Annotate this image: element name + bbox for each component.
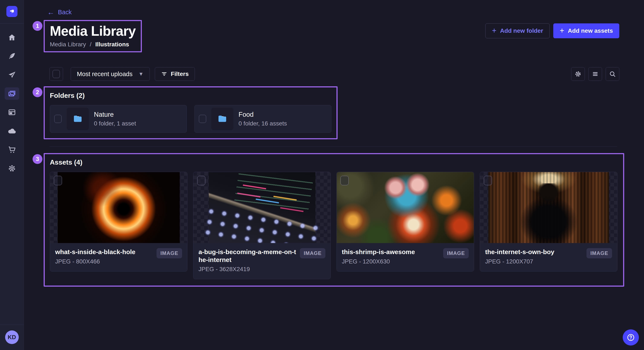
breadcrumb-separator: / <box>90 41 92 48</box>
asset-texts: a-bug-is-becoming-a-meme-on-the-internet… <box>198 248 296 273</box>
sidebar-item-content-type-builder[interactable] <box>5 106 19 118</box>
folder-icon <box>72 114 83 124</box>
sidebar-item-media-library[interactable] <box>5 87 19 100</box>
main-content: ← Back 1 Media Library Media Library / I… <box>24 0 644 287</box>
cloud-icon <box>8 127 16 136</box>
toolbar: Most recent uploads ▼ Filters <box>47 67 619 81</box>
sidebar-item-cloud[interactable] <box>5 125 19 137</box>
asset-checkbox[interactable] <box>54 176 62 185</box>
filters-button[interactable]: Filters <box>155 67 195 81</box>
filters-label: Filters <box>171 71 189 77</box>
folder-checkbox[interactable] <box>199 115 206 123</box>
sort-select[interactable]: Most recent uploads ▼ <box>71 67 150 81</box>
list-view-button[interactable] <box>588 67 602 81</box>
asset-texts: the-internet-s-own-boy JPEG - 1200X707 <box>485 248 583 265</box>
asset-meta: JPEG - 1200X630 <box>342 258 439 265</box>
sidebar-item-marketplace[interactable] <box>5 144 19 156</box>
asset-name: the-internet-s-own-boy <box>485 248 583 256</box>
add-new-folder-button[interactable]: + Add new folder <box>485 23 550 38</box>
annotation-box-title: 1 Media Library Media Library / Illustra… <box>44 20 142 52</box>
sidebar-item-settings[interactable] <box>5 162 19 175</box>
laptop-code-photo <box>209 172 316 243</box>
asset-card-bug-meme[interactable]: a-bug-is-becoming-a-meme-on-the-internet… <box>193 172 331 279</box>
black-hole-photo <box>58 172 180 243</box>
select-all-button[interactable] <box>50 67 63 81</box>
add-new-assets-label: Add new assets <box>568 27 613 34</box>
sidebar-divider-top <box>0 23 24 24</box>
plus-icon: + <box>492 27 496 34</box>
asset-card-shrimp[interactable]: this-shrimp-is-awesome JPEG - 1200X630 I… <box>336 172 474 272</box>
caret-down-icon: ▼ <box>138 71 144 77</box>
list-icon <box>592 71 599 77</box>
plus-icon: + <box>560 27 564 34</box>
asset-thumbnail <box>480 172 617 243</box>
add-new-assets-button[interactable]: + Add new assets <box>553 23 619 38</box>
folder-card-food[interactable]: Food 0 folder, 16 assets <box>194 105 331 133</box>
media-library-icon <box>8 89 16 98</box>
asset-thumbnail <box>50 172 187 243</box>
feather-icon <box>8 52 16 60</box>
folder-name: Food <box>238 111 287 118</box>
sidebar-nav <box>5 31 19 175</box>
annotation-box-folders: 2 Folders (2) Nature 0 folder, 1 asset <box>44 86 338 139</box>
help-button[interactable] <box>623 329 639 346</box>
strapi-logo[interactable] <box>6 6 18 17</box>
section-divider <box>50 147 617 147</box>
paper-plane-icon <box>8 71 16 79</box>
asset-type-badge: IMAGE <box>156 248 182 258</box>
folder-meta: 0 folder, 1 asset <box>94 120 136 127</box>
filter-icon <box>161 71 168 77</box>
select-all-checkbox[interactable] <box>52 70 60 78</box>
strapi-logo-glyph <box>9 8 15 15</box>
asset-card-internets-own-boy[interactable]: the-internet-s-own-boy JPEG - 1200X707 I… <box>480 172 618 272</box>
asset-name: a-bug-is-becoming-a-meme-on-the-internet <box>198 248 296 264</box>
cart-icon <box>8 146 16 154</box>
asset-texts: this-shrimp-is-awesome JPEG - 1200X630 <box>342 248 439 265</box>
breadcrumb-current: Illustrations <box>95 41 129 48</box>
annotation-number-1: 1 <box>32 21 42 31</box>
sidebar-item-home[interactable] <box>5 31 19 44</box>
folder-card-nature[interactable]: Nature 0 folder, 1 asset <box>50 105 187 133</box>
arrow-left-icon: ← <box>47 8 54 16</box>
home-icon <box>8 33 16 42</box>
folder-checkbox[interactable] <box>54 115 62 123</box>
library-portrait-photo <box>488 172 609 243</box>
asset-card-black-hole[interactable]: what-s-inside-a-black-hole JPEG - 800X46… <box>50 172 188 272</box>
mantis-shrimp-photo <box>337 172 474 243</box>
asset-thumbnail <box>337 172 474 243</box>
asset-checkbox[interactable] <box>197 176 205 185</box>
page-title: Media Library <box>50 23 136 39</box>
add-new-folder-label: Add new folder <box>500 27 543 34</box>
asset-footer: what-s-inside-a-black-hole JPEG - 800X46… <box>50 243 187 271</box>
user-avatar[interactable]: KD <box>5 331 19 344</box>
folder-name: Nature <box>94 111 136 118</box>
asset-meta: JPEG - 1200X707 <box>485 258 583 265</box>
breadcrumb-parent[interactable]: Media Library <box>50 41 86 48</box>
header-actions: + Add new folder + Add new assets <box>485 23 619 38</box>
asset-footer: the-internet-s-own-boy JPEG - 1200X707 I… <box>480 243 617 271</box>
back-link[interactable]: ← Back <box>47 8 72 16</box>
layout-icon <box>8 108 16 117</box>
asset-checkbox[interactable] <box>340 176 348 185</box>
view-settings-button[interactable] <box>571 67 585 81</box>
sidebar: KD <box>0 0 24 350</box>
asset-type-badge: IMAGE <box>586 248 612 258</box>
asset-checkbox[interactable] <box>484 176 492 185</box>
sidebar-item-content-manager[interactable] <box>5 50 19 62</box>
asset-name: this-shrimp-is-awesome <box>342 248 439 256</box>
asset-thumbnail <box>193 172 330 243</box>
page-header: 1 Media Library Media Library / Illustra… <box>47 20 619 52</box>
asset-list: what-s-inside-a-black-hole JPEG - 800X46… <box>50 172 618 279</box>
annotation-number-3: 3 <box>32 154 42 164</box>
sort-select-value: Most recent uploads <box>77 71 132 78</box>
folder-meta: 0 folder, 16 assets <box>238 120 287 127</box>
asset-meta: JPEG - 800X466 <box>55 258 153 265</box>
folder-icon <box>217 114 228 124</box>
asset-meta: JPEG - 3628X2419 <box>198 266 296 273</box>
help-question-icon <box>626 333 635 342</box>
asset-type-badge: IMAGE <box>300 248 326 258</box>
folder-texts: Nature 0 folder, 1 asset <box>94 111 136 127</box>
asset-texts: what-s-inside-a-black-hole JPEG - 800X46… <box>55 248 153 265</box>
sidebar-item-releases[interactable] <box>5 69 19 81</box>
search-button[interactable] <box>606 67 619 81</box>
